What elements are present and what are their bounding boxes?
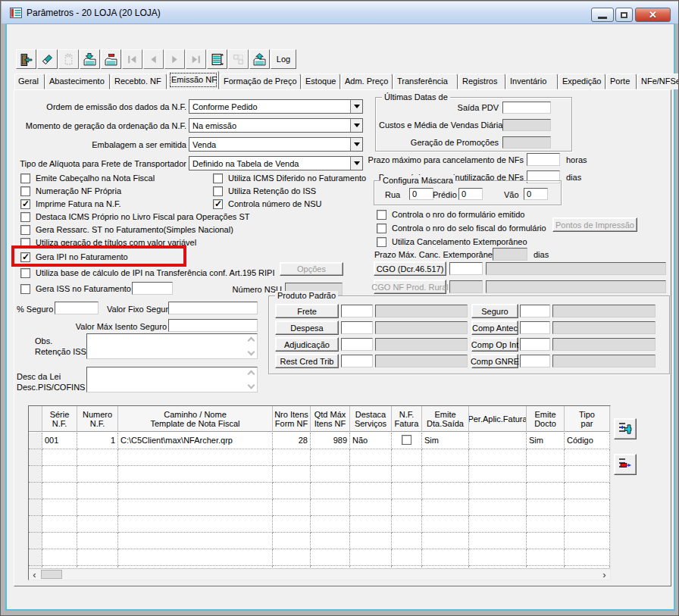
minimize-button[interactable]: [591, 8, 614, 22]
checkbox-right-1[interactable]: [377, 210, 386, 220]
scroll-left-arrow[interactable]: ‹: [29, 569, 40, 580]
restore-button[interactable]: [615, 8, 633, 22]
cgo-code-input-1[interactable]: [449, 262, 483, 275]
mascara-input[interactable]: [524, 188, 548, 200]
search-button[interactable]: [228, 49, 249, 69]
scroll-up-icon[interactable]: [248, 337, 255, 345]
grid-nf-fatura-checkbox[interactable]: [402, 435, 411, 445]
last-record-button[interactable]: [186, 49, 206, 69]
grid-cell[interactable]: [469, 433, 527, 449]
cgo-descr-field-1[interactable]: [486, 262, 666, 275]
tab-invent-rio[interactable]: Inventário: [506, 73, 558, 89]
cgo-descr-field-2[interactable]: [486, 280, 666, 293]
opcoes-button[interactable]: Opções: [280, 262, 343, 276]
tab-nfe-nfse[interactable]: NFe/NFSe: [637, 73, 679, 89]
checkbox-right-3[interactable]: [377, 237, 386, 247]
grid-cell[interactable]: 28: [273, 433, 311, 449]
produto-code-input[interactable]: [520, 338, 550, 351]
grid-cell[interactable]: C:\C5Client\max\NFArcher.qrp: [118, 433, 273, 449]
cgo-code-input-2[interactable]: [449, 280, 483, 293]
desc-lei-textarea[interactable]: [86, 367, 258, 392]
produto-button-comp-antec[interactable]: Comp Antec: [471, 321, 518, 335]
checkbox-left-3[interactable]: ✓: [20, 199, 30, 209]
checkbox-left-2[interactable]: [20, 186, 30, 196]
grid-cell[interactable]: 001: [42, 433, 77, 449]
produto-code-input[interactable]: [520, 305, 550, 317]
next-record-button[interactable]: [164, 49, 185, 69]
produto-button-seguro[interactable]: Seguro: [471, 304, 518, 318]
tab-adm-pre-o[interactable]: Adm. Preço: [341, 73, 393, 89]
gera-iss-input[interactable]: [132, 282, 173, 295]
scrollbar-thumb[interactable]: [41, 570, 62, 579]
tab-abastecimento[interactable]: Abastecimento: [45, 73, 110, 89]
ultimas-field-input[interactable]: [502, 136, 551, 149]
grid-cell[interactable]: Sim: [527, 433, 565, 449]
scroll-down-icon[interactable]: [248, 349, 255, 356]
produto-descr-field[interactable]: [552, 355, 656, 367]
checkbox-right-2[interactable]: [377, 224, 386, 233]
prior-record-button[interactable]: [143, 49, 164, 69]
tab-porte[interactable]: Porte: [606, 73, 637, 89]
produto-button-despesa[interactable]: Despesa: [275, 321, 339, 335]
cgo-button-1[interactable]: CGO (Dcr.46.517): [374, 261, 446, 276]
ultimas-field-input[interactable]: [502, 102, 551, 114]
close-button[interactable]: ✕: [635, 8, 671, 22]
produto-descr-field[interactable]: [375, 321, 468, 334]
produto-button-rest-cred-trib[interactable]: Rest Cred Trib: [275, 354, 339, 368]
checkbox-mid-2[interactable]: [213, 186, 223, 196]
produto-descr-field[interactable]: [552, 305, 656, 317]
produto-button-comp-gnre[interactable]: Comp GNRE: [471, 354, 518, 368]
grid-add-row-button[interactable]: [614, 418, 637, 439]
dropdown-button[interactable]: [350, 100, 362, 113]
cgo-button-2[interactable]: CGO NF Prod. Rural: [374, 280, 446, 294]
tab-emiss-o-nf[interactable]: Emissão NF: [167, 70, 219, 89]
dropdown-2[interactable]: Na emissão: [189, 118, 363, 133]
copy-button[interactable]: [58, 49, 79, 69]
grid-cell[interactable]: 1: [77, 433, 118, 449]
tab-registros[interactable]: Registros: [458, 73, 505, 89]
grid-cell[interactable]: [392, 433, 422, 449]
produto-button-adjudica-o[interactable]: Adjudicação: [275, 337, 339, 352]
scroll-up-icon[interactable]: [248, 371, 255, 378]
checkbox-mid-1[interactable]: [213, 174, 223, 183]
checkbox-left-4[interactable]: [20, 212, 30, 222]
first-record-button[interactable]: [122, 49, 142, 69]
tab-expedi-o[interactable]: Expedição: [559, 73, 605, 89]
prazo-input[interactable]: [527, 153, 560, 166]
produto-button-frete[interactable]: Frete: [275, 304, 339, 318]
grid-view-button[interactable]: [207, 49, 227, 69]
scroll-right-arrow[interactable]: ›: [599, 569, 610, 580]
export-button[interactable]: [249, 49, 270, 69]
obs-retencao-textarea[interactable]: [86, 333, 258, 359]
produto-code-input[interactable]: [341, 355, 373, 367]
checkbox-left-1[interactable]: [20, 174, 30, 183]
produto-code-input[interactable]: [520, 355, 550, 367]
tab-forma-o-de-pre-o[interactable]: Formação de Preço: [220, 73, 301, 89]
mascara-input[interactable]: [458, 188, 483, 200]
mascara-input[interactable]: [409, 188, 433, 200]
grid-cell[interactable]: Sim: [422, 433, 469, 449]
valor-max-isento-input[interactable]: [168, 319, 258, 332]
dropdown-3[interactable]: Venda: [189, 137, 363, 152]
produto-descr-field[interactable]: [375, 355, 468, 367]
scroll-down-icon[interactable]: [248, 382, 255, 389]
save-button[interactable]: [80, 49, 100, 69]
produto-code-input[interactable]: [341, 305, 373, 317]
tab-transfer-ncia[interactable]: Transferência: [393, 73, 458, 89]
dropdown-button[interactable]: [350, 138, 362, 151]
grid-delete-row-button[interactable]: [614, 454, 637, 475]
checkbox-gera-iss[interactable]: [20, 284, 30, 294]
tab-recebto-nf[interactable]: Recebto. NF: [111, 73, 167, 89]
produto-descr-field[interactable]: [375, 338, 468, 351]
tab-geral[interactable]: Geral: [14, 73, 45, 89]
delete-button[interactable]: [101, 49, 121, 69]
pontos-de-impressao-button[interactable]: Pontos de Impressão: [552, 217, 637, 232]
edit-button[interactable]: [37, 49, 58, 69]
checkbox-ipi-transferencia[interactable]: [20, 268, 30, 278]
tab-estoque[interactable]: Estoque: [302, 73, 340, 89]
checkbox-left-5[interactable]: [20, 225, 30, 235]
exit-button[interactable]: [16, 49, 36, 69]
dropdown-button[interactable]: [350, 119, 362, 132]
pct-seguro-input[interactable]: [55, 302, 99, 314]
grid-cell[interactable]: 989: [311, 433, 350, 449]
